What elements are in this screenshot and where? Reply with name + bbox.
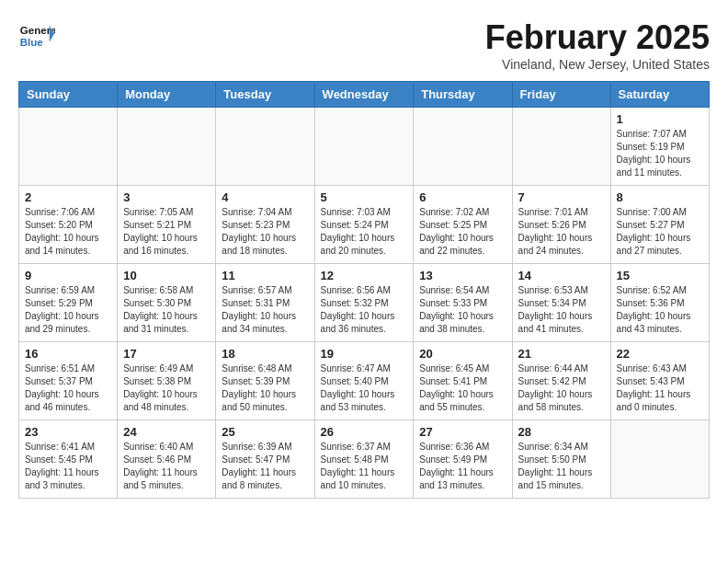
calendar-cell: 20Sunrise: 6:45 AM Sunset: 5:41 PM Dayli… [414, 342, 512, 420]
calendar-cell: 10Sunrise: 6:58 AM Sunset: 5:30 PM Dayli… [118, 264, 216, 342]
calendar-cell: 22Sunrise: 6:43 AM Sunset: 5:43 PM Dayli… [610, 342, 709, 420]
calendar-cell [610, 420, 709, 499]
calendar-cell: 14Sunrise: 6:53 AM Sunset: 5:34 PM Dayli… [512, 264, 610, 342]
day-number: 21 [518, 347, 605, 361]
day-number: 5 [321, 190, 408, 204]
day-info: Sunrise: 6:48 AM Sunset: 5:39 PM Dayligh… [222, 362, 308, 414]
calendar-cell [512, 108, 610, 186]
svg-text:Blue: Blue [20, 37, 44, 48]
day-info: Sunrise: 7:07 AM Sunset: 5:19 PM Dayligh… [617, 128, 703, 179]
day-number: 27 [419, 425, 506, 439]
title-section: February 2025 Vineland, New Jersey, Unit… [485, 18, 710, 72]
day-number: 8 [617, 190, 703, 204]
day-info: Sunrise: 7:00 AM Sunset: 5:27 PM Dayligh… [617, 206, 703, 258]
calendar-cell: 18Sunrise: 6:48 AM Sunset: 5:39 PM Dayli… [216, 342, 314, 420]
weekday-header-monday: Monday [118, 82, 216, 108]
day-number: 17 [123, 347, 210, 361]
page-header: General Blue February 2025 Vineland, New… [18, 18, 710, 72]
day-number: 7 [518, 190, 605, 204]
calendar-cell: 25Sunrise: 6:39 AM Sunset: 5:47 PM Dayli… [216, 420, 314, 499]
calendar-cell: 2Sunrise: 7:06 AM Sunset: 5:20 PM Daylig… [19, 186, 118, 264]
month-title: February 2025 [485, 18, 710, 57]
day-number: 13 [419, 269, 506, 282]
calendar-cell: 21Sunrise: 6:44 AM Sunset: 5:42 PM Dayli… [512, 342, 610, 420]
calendar-cell [118, 108, 216, 186]
calendar-cell [414, 108, 512, 186]
calendar-cell [19, 108, 118, 186]
week-row-2: 2Sunrise: 7:06 AM Sunset: 5:20 PM Daylig… [19, 186, 710, 264]
calendar-cell [216, 108, 314, 186]
calendar-cell: 28Sunrise: 6:34 AM Sunset: 5:50 PM Dayli… [512, 420, 610, 499]
calendar-cell: 1Sunrise: 7:07 AM Sunset: 5:19 PM Daylig… [610, 108, 709, 186]
day-number: 26 [321, 425, 408, 439]
day-info: Sunrise: 6:54 AM Sunset: 5:33 PM Dayligh… [419, 284, 506, 336]
day-info: Sunrise: 7:04 AM Sunset: 5:23 PM Dayligh… [222, 206, 308, 258]
day-info: Sunrise: 6:45 AM Sunset: 5:41 PM Dayligh… [419, 362, 506, 414]
calendar-cell: 24Sunrise: 6:40 AM Sunset: 5:46 PM Dayli… [118, 420, 216, 499]
week-row-5: 23Sunrise: 6:41 AM Sunset: 5:45 PM Dayli… [19, 420, 710, 499]
day-info: Sunrise: 6:49 AM Sunset: 5:38 PM Dayligh… [123, 362, 210, 414]
calendar-cell: 26Sunrise: 6:37 AM Sunset: 5:48 PM Dayli… [314, 420, 414, 499]
day-number: 12 [321, 269, 408, 282]
day-number: 4 [222, 190, 308, 204]
day-number: 20 [419, 347, 506, 361]
weekday-header-wednesday: Wednesday [314, 82, 414, 108]
day-info: Sunrise: 6:44 AM Sunset: 5:42 PM Dayligh… [518, 362, 605, 414]
day-number: 22 [617, 347, 703, 361]
day-info: Sunrise: 6:43 AM Sunset: 5:43 PM Dayligh… [617, 362, 703, 414]
week-row-4: 16Sunrise: 6:51 AM Sunset: 5:37 PM Dayli… [19, 342, 710, 420]
weekday-header-friday: Friday [512, 82, 610, 108]
day-number: 11 [222, 269, 308, 282]
calendar-cell: 3Sunrise: 7:05 AM Sunset: 5:21 PM Daylig… [118, 186, 216, 264]
calendar-cell: 12Sunrise: 6:56 AM Sunset: 5:32 PM Dayli… [314, 264, 414, 342]
calendar-cell: 8Sunrise: 7:00 AM Sunset: 5:27 PM Daylig… [610, 186, 709, 264]
calendar-cell: 5Sunrise: 7:03 AM Sunset: 5:24 PM Daylig… [314, 186, 414, 264]
day-info: Sunrise: 6:36 AM Sunset: 5:49 PM Dayligh… [419, 441, 506, 492]
day-number: 1 [617, 112, 703, 126]
day-info: Sunrise: 7:06 AM Sunset: 5:20 PM Dayligh… [25, 206, 111, 258]
day-info: Sunrise: 6:34 AM Sunset: 5:50 PM Dayligh… [518, 441, 605, 492]
calendar-cell: 9Sunrise: 6:59 AM Sunset: 5:29 PM Daylig… [19, 264, 118, 342]
week-row-3: 9Sunrise: 6:59 AM Sunset: 5:29 PM Daylig… [19, 264, 710, 342]
day-info: Sunrise: 6:47 AM Sunset: 5:40 PM Dayligh… [321, 362, 408, 414]
weekday-header-saturday: Saturday [610, 82, 709, 108]
day-number: 19 [321, 347, 408, 361]
day-info: Sunrise: 6:40 AM Sunset: 5:46 PM Dayligh… [123, 441, 210, 492]
day-number: 24 [123, 425, 210, 439]
week-row-1: 1Sunrise: 7:07 AM Sunset: 5:19 PM Daylig… [19, 108, 710, 186]
day-info: Sunrise: 6:56 AM Sunset: 5:32 PM Dayligh… [321, 284, 408, 336]
calendar-cell: 16Sunrise: 6:51 AM Sunset: 5:37 PM Dayli… [19, 342, 118, 420]
day-number: 6 [419, 190, 506, 204]
day-info: Sunrise: 6:58 AM Sunset: 5:30 PM Dayligh… [123, 284, 210, 336]
day-number: 3 [123, 190, 210, 204]
calendar-table: SundayMondayTuesdayWednesdayThursdayFrid… [18, 81, 710, 499]
weekday-header-sunday: Sunday [19, 82, 118, 108]
day-number: 9 [25, 269, 111, 282]
calendar-cell: 17Sunrise: 6:49 AM Sunset: 5:38 PM Dayli… [118, 342, 216, 420]
weekday-header-thursday: Thursday [414, 82, 512, 108]
day-number: 10 [123, 269, 210, 282]
calendar-cell: 7Sunrise: 7:01 AM Sunset: 5:26 PM Daylig… [512, 186, 610, 264]
calendar-cell [314, 108, 414, 186]
day-number: 25 [222, 425, 308, 439]
day-info: Sunrise: 7:05 AM Sunset: 5:21 PM Dayligh… [123, 206, 210, 258]
calendar-cell: 23Sunrise: 6:41 AM Sunset: 5:45 PM Dayli… [19, 420, 118, 499]
day-number: 18 [222, 347, 308, 361]
day-info: Sunrise: 6:41 AM Sunset: 5:45 PM Dayligh… [25, 441, 111, 492]
calendar-cell: 13Sunrise: 6:54 AM Sunset: 5:33 PM Dayli… [414, 264, 512, 342]
logo: General Blue [18, 18, 59, 51]
day-info: Sunrise: 6:51 AM Sunset: 5:37 PM Dayligh… [25, 362, 111, 414]
day-number: 14 [518, 269, 605, 282]
day-info: Sunrise: 6:37 AM Sunset: 5:48 PM Dayligh… [321, 441, 408, 492]
weekday-header-row: SundayMondayTuesdayWednesdayThursdayFrid… [19, 82, 710, 108]
calendar-cell: 4Sunrise: 7:04 AM Sunset: 5:23 PM Daylig… [216, 186, 314, 264]
day-info: Sunrise: 6:57 AM Sunset: 5:31 PM Dayligh… [222, 284, 308, 336]
calendar-cell: 11Sunrise: 6:57 AM Sunset: 5:31 PM Dayli… [216, 264, 314, 342]
day-info: Sunrise: 6:59 AM Sunset: 5:29 PM Dayligh… [25, 284, 111, 336]
day-info: Sunrise: 7:01 AM Sunset: 5:26 PM Dayligh… [518, 206, 605, 258]
day-info: Sunrise: 7:02 AM Sunset: 5:25 PM Dayligh… [419, 206, 506, 258]
calendar-cell: 19Sunrise: 6:47 AM Sunset: 5:40 PM Dayli… [314, 342, 414, 420]
day-number: 15 [617, 269, 703, 282]
day-number: 2 [25, 190, 111, 204]
calendar-cell: 27Sunrise: 6:36 AM Sunset: 5:49 PM Dayli… [414, 420, 512, 499]
